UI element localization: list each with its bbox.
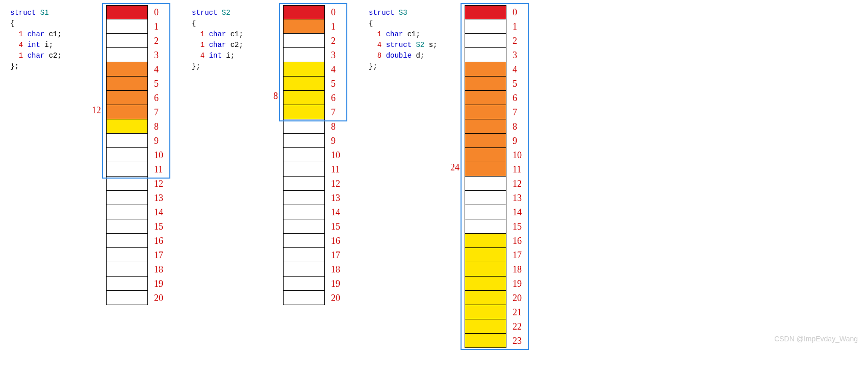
memory-row: 7 <box>106 105 166 119</box>
memory-row: 17 <box>465 248 525 262</box>
memory-row: 9 <box>465 134 525 148</box>
memory-cell <box>283 148 325 162</box>
memory-cell <box>283 119 325 134</box>
memory-row: 17 <box>106 248 166 262</box>
memory-index: 12 <box>331 179 343 189</box>
memory-index: 7 <box>154 107 166 118</box>
memory-cell <box>465 162 506 177</box>
memory-index: 17 <box>513 250 525 261</box>
memory-cell <box>465 91 506 105</box>
memory-cell <box>465 205 506 219</box>
memory-row: 14 <box>465 205 525 219</box>
memory-row: 2 <box>106 34 166 48</box>
memory-cell <box>283 34 325 48</box>
memory-diagram-wrapper: 2401234567891011121314151617181920212223 <box>450 5 525 348</box>
memory-index: 20 <box>331 293 343 304</box>
memory-index: 3 <box>154 50 166 61</box>
memory-cell <box>283 105 325 119</box>
memory-index: 13 <box>331 193 343 204</box>
memory-row: 18 <box>283 262 343 277</box>
memory-row: 4 <box>465 62 525 77</box>
memory-row: 15 <box>465 219 525 234</box>
memory-index: 15 <box>513 221 525 232</box>
memory-cell <box>283 277 325 291</box>
memory-cell <box>283 262 325 277</box>
memory-row: 9 <box>106 134 166 148</box>
memory-index: 21 <box>513 307 525 318</box>
code-panel: struct S1 { 1 char c1; 4 int i; 1 char c… <box>10 5 82 72</box>
total-size-label: 24 <box>450 162 459 173</box>
memory-row: 11 <box>283 162 343 177</box>
memory-index: 2 <box>154 36 166 46</box>
memory-index: 19 <box>331 279 343 289</box>
memory-cell <box>465 19 506 34</box>
memory-index: 16 <box>331 236 343 246</box>
memory-cell <box>465 305 506 319</box>
memory-row: 9 <box>283 134 343 148</box>
memory-cell <box>283 19 325 34</box>
memory-cell <box>465 5 506 19</box>
memory-row: 1 <box>106 19 166 34</box>
memory-cell <box>283 162 325 177</box>
memory-cell <box>283 219 325 234</box>
memory-row: 5 <box>283 77 343 91</box>
memory-cell <box>465 34 506 48</box>
memory-cell <box>465 277 506 291</box>
struct-block: struct S1 { 1 char c1; 4 int i; 1 char c… <box>10 5 166 305</box>
memory-index: 10 <box>154 150 166 161</box>
memory-cell <box>106 19 148 34</box>
memory-row: 8 <box>465 119 525 134</box>
memory-cell <box>465 319 506 334</box>
memory-cell <box>106 234 148 248</box>
memory-row: 20 <box>106 291 166 305</box>
memory-index: 19 <box>513 279 525 289</box>
memory-index: 14 <box>154 207 166 218</box>
memory-cell <box>106 91 148 105</box>
memory-cell <box>465 134 506 148</box>
memory-cell <box>465 334 506 348</box>
memory-row: 16 <box>106 234 166 248</box>
memory-column: 01234567891011121314151617181920 <box>106 5 166 305</box>
memory-row: 13 <box>465 191 525 205</box>
memory-index: 9 <box>331 136 343 146</box>
memory-row: 14 <box>283 205 343 219</box>
memory-row: 7 <box>283 105 343 119</box>
memory-index: 1 <box>154 21 166 32</box>
memory-row: 0 <box>465 5 525 19</box>
memory-index: 8 <box>331 121 343 132</box>
memory-row: 13 <box>283 191 343 205</box>
total-size-label: 12 <box>92 105 101 116</box>
memory-index: 0 <box>331 7 343 18</box>
memory-index: 7 <box>331 107 343 118</box>
memory-index: 18 <box>154 264 166 275</box>
memory-index: 16 <box>513 236 525 246</box>
memory-row: 10 <box>283 148 343 162</box>
memory-cell <box>465 177 506 191</box>
memory-index: 17 <box>154 250 166 261</box>
memory-column: 01234567891011121314151617181920 <box>283 5 343 305</box>
memory-row: 3 <box>106 48 166 62</box>
memory-index: 8 <box>513 121 525 132</box>
memory-index: 6 <box>331 93 343 104</box>
memory-cell <box>465 234 506 248</box>
memory-index: 6 <box>513 93 525 104</box>
memory-index: 4 <box>154 64 166 75</box>
memory-cell <box>106 5 148 19</box>
memory-cell <box>465 119 506 134</box>
memory-cell <box>106 205 148 219</box>
code-panel: struct S3 { 1 char c1; 4 struct S2 s; 8 … <box>369 5 440 72</box>
memory-row: 10 <box>106 148 166 162</box>
memory-index: 9 <box>154 136 166 146</box>
memory-cell <box>106 148 148 162</box>
memory-row: 20 <box>283 291 343 305</box>
memory-cell <box>465 48 506 62</box>
memory-index: 20 <box>513 293 525 304</box>
struct-block: struct S3 { 1 char c1; 4 struct S2 s; 8 … <box>369 5 525 348</box>
memory-index: 15 <box>331 221 343 232</box>
memory-row: 19 <box>283 277 343 291</box>
memory-cell <box>106 291 148 305</box>
memory-row: 17 <box>283 248 343 262</box>
memory-cell <box>106 248 148 262</box>
memory-index: 3 <box>513 50 525 61</box>
memory-row: 12 <box>283 177 343 191</box>
